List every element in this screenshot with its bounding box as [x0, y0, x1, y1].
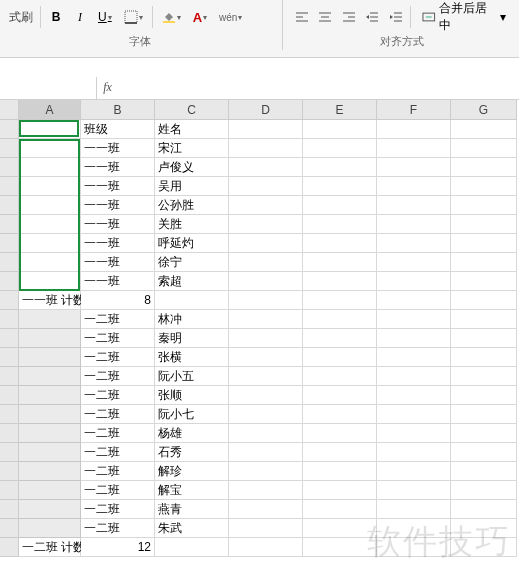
- cell[interactable]: 一二班: [81, 519, 155, 538]
- col-header-a[interactable]: A: [19, 100, 81, 120]
- row-header[interactable]: [0, 367, 19, 386]
- row-header[interactable]: [0, 120, 19, 139]
- row-header[interactable]: [0, 310, 19, 329]
- cell[interactable]: 一一班: [81, 196, 155, 215]
- cell[interactable]: [19, 329, 81, 348]
- row-header[interactable]: [0, 158, 19, 177]
- cell[interactable]: 一一班: [81, 253, 155, 272]
- fx-button[interactable]: fx: [96, 77, 118, 99]
- cell[interactable]: [451, 367, 517, 386]
- cell[interactable]: [229, 538, 303, 557]
- cell[interactable]: 8: [81, 291, 155, 310]
- cell[interactable]: 姓名: [155, 120, 229, 139]
- cell[interactable]: 一二班: [81, 462, 155, 481]
- cell[interactable]: [229, 272, 303, 291]
- cell[interactable]: 一二班: [81, 405, 155, 424]
- cell[interactable]: 一二班 计数: [19, 538, 81, 557]
- row-header[interactable]: [0, 443, 19, 462]
- cell[interactable]: [451, 215, 517, 234]
- fill-color-button[interactable]: ▾: [157, 6, 186, 28]
- cell[interactable]: [451, 348, 517, 367]
- cell[interactable]: 一二班: [81, 329, 155, 348]
- cell[interactable]: [303, 310, 377, 329]
- cell[interactable]: 一二班: [81, 367, 155, 386]
- cell[interactable]: 林冲: [155, 310, 229, 329]
- col-header-e[interactable]: E: [303, 100, 377, 120]
- row-header[interactable]: [0, 272, 19, 291]
- cell[interactable]: [303, 519, 377, 538]
- cell[interactable]: 秦明: [155, 329, 229, 348]
- cell[interactable]: [229, 386, 303, 405]
- col-header-c[interactable]: C: [155, 100, 229, 120]
- cell[interactable]: [303, 253, 377, 272]
- cell[interactable]: [19, 215, 81, 234]
- cell[interactable]: [377, 462, 451, 481]
- row-header[interactable]: [0, 196, 19, 215]
- cell[interactable]: 一二班: [81, 500, 155, 519]
- cell[interactable]: [451, 177, 517, 196]
- cell[interactable]: 阮小五: [155, 367, 229, 386]
- align-center-button[interactable]: [314, 6, 335, 28]
- cell[interactable]: [451, 443, 517, 462]
- cell[interactable]: 一二班: [81, 386, 155, 405]
- cell[interactable]: [19, 177, 81, 196]
- col-header-d[interactable]: D: [229, 100, 303, 120]
- cell[interactable]: [303, 443, 377, 462]
- cell[interactable]: [229, 481, 303, 500]
- cell[interactable]: [229, 424, 303, 443]
- cell[interactable]: 朱武: [155, 519, 229, 538]
- cell[interactable]: [377, 234, 451, 253]
- cell[interactable]: [229, 310, 303, 329]
- cell[interactable]: [451, 386, 517, 405]
- cell[interactable]: [229, 519, 303, 538]
- cell[interactable]: [303, 481, 377, 500]
- cell[interactable]: [303, 234, 377, 253]
- cell[interactable]: [451, 139, 517, 158]
- cell[interactable]: [19, 481, 81, 500]
- col-header-b[interactable]: B: [81, 100, 155, 120]
- cell[interactable]: [19, 139, 81, 158]
- format-painter-button[interactable]: 式刷: [6, 6, 36, 28]
- cell[interactable]: [19, 462, 81, 481]
- cell[interactable]: [19, 348, 81, 367]
- cell[interactable]: [303, 291, 377, 310]
- col-header-f[interactable]: F: [377, 100, 451, 120]
- cell[interactable]: 张顺: [155, 386, 229, 405]
- cell[interactable]: [377, 405, 451, 424]
- row-header[interactable]: [0, 177, 19, 196]
- decrease-indent-button[interactable]: [361, 6, 382, 28]
- cell[interactable]: 一一班: [81, 272, 155, 291]
- cell[interactable]: [19, 272, 81, 291]
- cell[interactable]: 阮小七: [155, 405, 229, 424]
- cell[interactable]: [377, 139, 451, 158]
- cell[interactable]: [19, 253, 81, 272]
- cell[interactable]: 一二班: [81, 481, 155, 500]
- cell[interactable]: [303, 272, 377, 291]
- grid-body[interactable]: 123班级姓名一一班宋江一一班卢俊义一一班吴用一一班公孙胜一一班关胜一一班呼延灼…: [0, 120, 519, 557]
- cell[interactable]: [377, 253, 451, 272]
- cell[interactable]: [19, 519, 81, 538]
- cell[interactable]: 卢俊义: [155, 158, 229, 177]
- cell[interactable]: [303, 120, 377, 139]
- cell[interactable]: [303, 367, 377, 386]
- cell[interactable]: [19, 424, 81, 443]
- cell[interactable]: [229, 367, 303, 386]
- cell[interactable]: 一一班: [81, 234, 155, 253]
- cell[interactable]: [303, 538, 377, 557]
- cell[interactable]: 吴用: [155, 177, 229, 196]
- merge-center-button[interactable]: 合并后居中 ▾: [415, 6, 513, 28]
- cell[interactable]: [451, 405, 517, 424]
- cell[interactable]: [377, 291, 451, 310]
- align-left-button[interactable]: [291, 6, 312, 28]
- cell[interactable]: [229, 139, 303, 158]
- cell[interactable]: [229, 196, 303, 215]
- cell[interactable]: [155, 291, 229, 310]
- cell[interactable]: [19, 196, 81, 215]
- cell[interactable]: [303, 177, 377, 196]
- cell[interactable]: [377, 215, 451, 234]
- row-header[interactable]: [0, 291, 19, 310]
- cell[interactable]: [451, 158, 517, 177]
- cell[interactable]: [451, 424, 517, 443]
- name-box[interactable]: [8, 77, 96, 99]
- cell[interactable]: 一二班: [81, 424, 155, 443]
